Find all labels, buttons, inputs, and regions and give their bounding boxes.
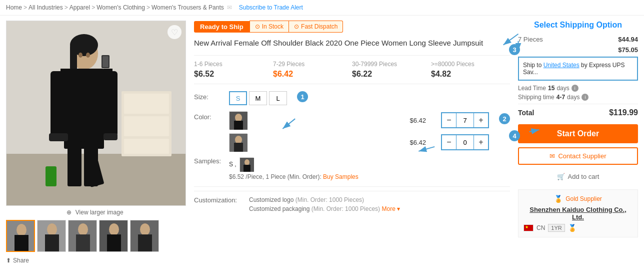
annotation-4: 4 xyxy=(509,130,520,141)
thumbnail-4[interactable] xyxy=(99,220,128,252)
svg-rect-4 xyxy=(124,94,169,114)
shipping-method-box[interactable]: Ship to United States by Express UPS Sav… xyxy=(518,57,638,81)
add-to-cart-button[interactable]: 🛒 Add to cart xyxy=(518,169,638,184)
breadcrumb-trousers[interactable]: Women's Trousers & Pants xyxy=(152,4,224,11)
breadcrumb-womens-clothing[interactable]: Women's Clothing xyxy=(96,4,145,11)
sample-price-text: $6.52 /Piece, 1 Piece (Min. Order): Buy … xyxy=(229,173,358,180)
thumbnail-5[interactable] xyxy=(130,220,159,252)
qty-field-2[interactable] xyxy=(456,135,474,149)
annotation-3: 3 xyxy=(509,44,520,55)
customization-item-1: Customized logo (Min. Order: 1000 Pieces… xyxy=(249,196,400,203)
color-swatch-1[interactable] xyxy=(229,111,247,129)
qty-minus-2[interactable]: − xyxy=(442,135,456,149)
total-label: Total xyxy=(518,109,534,117)
subscribe-link[interactable]: Subscribe to Trade Alert xyxy=(239,4,303,11)
shipping-qty-price: $44.94 xyxy=(618,36,638,43)
price-value-3: $6.22 xyxy=(352,70,431,79)
size-btn-l[interactable]: L xyxy=(269,91,287,105)
product-section: Ready to Ship ⊙ In Stock ⊙ Fast Dispatch… xyxy=(194,21,510,264)
supplier-name[interactable]: Shenzhen Kaiduo Clothing Co., Ltd. xyxy=(524,206,632,221)
svg-point-38 xyxy=(140,223,150,235)
size-btn-m[interactable]: M xyxy=(249,91,267,105)
svg-rect-23 xyxy=(102,56,108,67)
qty-plus-1[interactable]: + xyxy=(474,113,488,127)
instock-icon: ⊙ xyxy=(255,23,260,30)
breadcrumb-apparel[interactable]: Apparel xyxy=(70,4,90,11)
shipping-secondary-price: $75.05 xyxy=(618,46,638,54)
qty-input-1: − + xyxy=(441,112,489,128)
price-value-4: $4.82 xyxy=(431,70,510,79)
lead-time-info-icon[interactable]: i xyxy=(572,85,578,92)
breadcrumb-home[interactable]: Home xyxy=(6,4,22,11)
qty-plus-2[interactable]: + xyxy=(474,135,488,149)
lead-time-label: Lead Time xyxy=(518,85,546,92)
customization-item-2: Customized packaging (Min. Order: 1000 P… xyxy=(249,205,400,212)
svg-rect-19 xyxy=(104,133,118,140)
color-swatch-2[interactable] xyxy=(229,133,247,151)
price-range-4: >=80000 Pieces xyxy=(431,61,510,68)
in-stock-badge: ⊙ In Stock xyxy=(250,21,289,33)
page-wrapper: Home > All Industries > Apparel > Women'… xyxy=(0,0,644,269)
thumbnail-1[interactable] xyxy=(6,220,35,252)
svg-point-21 xyxy=(86,53,90,58)
svg-point-47 xyxy=(244,159,250,165)
medal-icon: 🏅 xyxy=(568,224,576,232)
shipping-qty-row: 7 Pieces $44.94 xyxy=(518,36,638,43)
share-text: Share xyxy=(13,257,29,264)
price-col-2: 7-29 Pieces $6.42 xyxy=(273,61,352,79)
buy-samples-link[interactable]: Buy Samples xyxy=(323,173,358,180)
svg-point-20 xyxy=(78,53,82,58)
supplier-info: CN 1YR 🏅 xyxy=(524,224,632,232)
svg-rect-27 xyxy=(14,235,28,252)
svg-rect-24 xyxy=(46,166,56,186)
size-btn-s[interactable]: S xyxy=(229,91,247,105)
svg-rect-18 xyxy=(49,133,68,141)
thumbnail-2[interactable] xyxy=(37,220,66,252)
sample-size-row: S , xyxy=(229,157,358,171)
customization-row: Customization: Customized logo (Min. Ord… xyxy=(194,191,510,212)
lead-time-value: 15 xyxy=(548,85,554,92)
size-label: Size: xyxy=(194,93,224,101)
start-order-button[interactable]: Start Order xyxy=(518,124,638,143)
years-badge: 1YR xyxy=(548,224,564,232)
sample-image[interactable] xyxy=(240,157,254,171)
svg-rect-14 xyxy=(102,71,118,136)
lead-time-unit: days xyxy=(556,85,569,92)
main-container: ♡ ⊕ View larger image xyxy=(0,16,644,269)
ship-to-link[interactable]: United States xyxy=(544,62,580,69)
shipping-time-row: Shipping time 4-7 days i xyxy=(518,94,638,101)
customization-content: Customized logo (Min. Order: 1000 Pieces… xyxy=(249,196,400,212)
more-link[interactable]: More ▾ xyxy=(382,205,400,212)
price-table: 1-6 Pieces $6.52 7-29 Pieces $6.42 30-79… xyxy=(194,55,510,84)
size-option-row: Size: S M L 1 xyxy=(194,91,510,105)
price-value-1: $6.52 xyxy=(194,70,273,79)
sample-size-text: S , xyxy=(229,161,236,168)
wishlist-button[interactable]: ♡ xyxy=(168,25,182,39)
share-icon: ⬆ xyxy=(6,257,11,264)
view-larger-button[interactable]: ⊕ View larger image xyxy=(6,209,186,216)
thumbnail-3[interactable] xyxy=(68,220,97,252)
price-col-3: 30-79999 Pieces $6.22 xyxy=(352,61,431,79)
country-flag xyxy=(524,224,534,231)
share-button[interactable]: ⬆ Share xyxy=(6,257,186,264)
cart-icon: 🛒 xyxy=(557,173,565,180)
shipping-time-label: Shipping time xyxy=(518,94,554,101)
contact-supplier-button[interactable]: ✉ Contact Supplier xyxy=(518,147,638,165)
contact-icon: ✉ xyxy=(550,152,555,160)
image-section: ♡ ⊕ View larger image xyxy=(6,21,186,264)
shipping-time-info-icon[interactable]: i xyxy=(582,94,588,101)
svg-point-32 xyxy=(78,223,88,235)
qty-field-1[interactable] xyxy=(456,113,474,127)
ready-to-ship-badge: Ready to Ship xyxy=(194,21,250,33)
product-title: New Arrival Female Off Shoulder Black 20… xyxy=(194,38,510,48)
qty-minus-1[interactable]: − xyxy=(442,113,456,127)
supplier-badge: 🏅 Gold Supplier xyxy=(524,195,632,203)
color-price-2: $6.42 xyxy=(410,139,436,146)
supplier-box: 🏅 Gold Supplier Shenzhen Kaiduo Clothing… xyxy=(518,189,638,237)
gold-supplier-text: Gold Supplier xyxy=(566,195,602,202)
breadcrumb-all-industries[interactable]: All Industries xyxy=(28,4,63,11)
svg-rect-30 xyxy=(45,234,59,252)
svg-point-35 xyxy=(109,223,119,235)
price-col-4: >=80000 Pieces $4.82 xyxy=(431,61,510,79)
view-larger-text: View larger image xyxy=(76,209,124,216)
